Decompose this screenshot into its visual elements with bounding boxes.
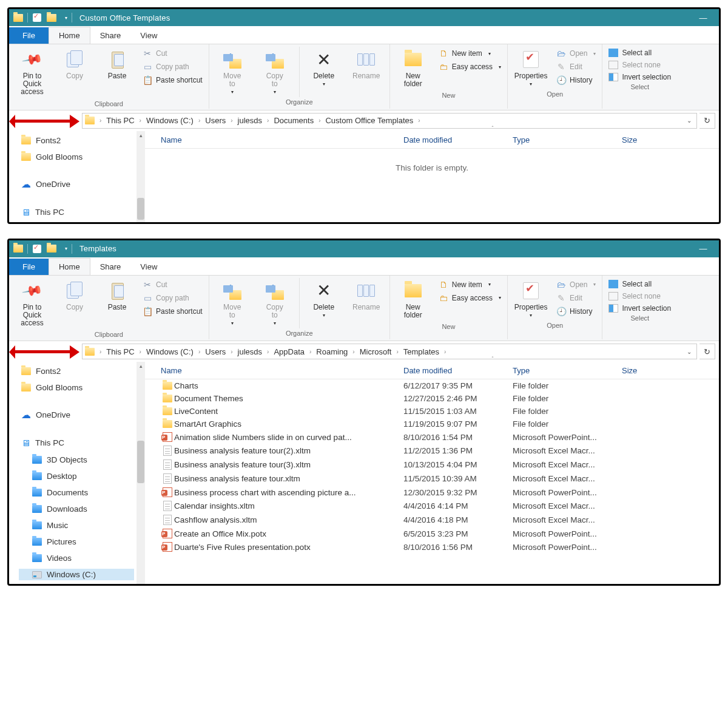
column-header-name[interactable]: Name bbox=[161, 135, 403, 144]
rename-button[interactable]: Rename bbox=[347, 278, 386, 314]
qat-folder-icon[interactable] bbox=[13, 12, 24, 23]
tree-item-music[interactable]: Music bbox=[19, 520, 134, 531]
select-none-button[interactable]: Select none bbox=[607, 291, 672, 301]
tree-item-onedrive[interactable]: ☁OneDrive bbox=[19, 408, 134, 422]
file-row[interactable]: Cashflow analysis.xltm 4/4/2016 4:18 PM … bbox=[145, 513, 719, 527]
scroll-up-button[interactable]: ▴ bbox=[136, 362, 145, 370]
file-row[interactable]: Document Themes 12/27/2015 2:46 PM File … bbox=[145, 392, 719, 405]
copy-path-button[interactable]: ▭Copy path bbox=[141, 293, 204, 303]
copy-to-button[interactable]: ➔ Copy to▾ bbox=[255, 278, 294, 328]
move-to-button[interactable]: ➔ Move to▾ bbox=[213, 47, 252, 97]
copy-to-button[interactable]: ➔ Copy to▾ bbox=[255, 47, 294, 97]
pin-to-quick-access-button[interactable]: 📌 Pin to Quick access bbox=[13, 278, 52, 330]
tab-home[interactable]: Home bbox=[49, 27, 90, 44]
breadcrumb-segment[interactable]: Users bbox=[203, 116, 228, 125]
file-row[interactable]: Duarte's Five Rules presentation.potx 8/… bbox=[145, 540, 719, 554]
delete-button[interactable]: ✕ Delete▾ bbox=[305, 278, 343, 320]
breadcrumb-segment[interactable]: Documents bbox=[271, 116, 316, 125]
column-header-type[interactable]: Type bbox=[513, 366, 622, 375]
breadcrumb-segment[interactable]: Users bbox=[203, 347, 228, 356]
move-to-button[interactable]: ➔ Move to▾ bbox=[213, 278, 252, 328]
column-header-date[interactable]: Date modified bbox=[403, 366, 513, 375]
column-header-date[interactable]: Date modified bbox=[403, 135, 513, 144]
tree-item-fonts2[interactable]: Fonts2 bbox=[19, 135, 134, 146]
tree-item-pictures[interactable]: Pictures bbox=[19, 536, 134, 548]
column-header-size[interactable]: Size bbox=[622, 366, 658, 375]
easy-access-button[interactable]: 🗀Easy access▾ bbox=[437, 293, 502, 303]
cut-button[interactable]: ✂Cut bbox=[141, 48, 204, 59]
file-row[interactable]: Business analysis feature tour(2).xltm 1… bbox=[145, 444, 719, 458]
new-folder-button[interactable]: New folder bbox=[394, 47, 433, 90]
tree-item-documents[interactable]: Documents bbox=[19, 487, 134, 498]
address-bar[interactable]: ›This PC›Windows (C:)›Users›julesds›AppD… bbox=[82, 344, 697, 359]
scroll-up-button[interactable]: ▴ bbox=[136, 131, 145, 140]
tree-item-3d-objects[interactable]: 3D Objects bbox=[19, 454, 134, 466]
qat-properties-icon[interactable] bbox=[32, 12, 42, 23]
new-item-button[interactable]: 🗋New item▾ bbox=[437, 279, 502, 290]
qat-folder-icon[interactable] bbox=[13, 243, 24, 254]
invert-selection-button[interactable]: Invert selection bbox=[607, 303, 672, 313]
breadcrumb-segment[interactable]: This PC bbox=[104, 116, 136, 125]
properties-button[interactable]: Properties▾ bbox=[511, 47, 550, 89]
new-folder-button[interactable]: New folder bbox=[394, 278, 433, 322]
tree-item-fonts2[interactable]: Fonts2 bbox=[19, 365, 134, 377]
file-row[interactable]: Business process chart with ascending pi… bbox=[145, 486, 719, 499]
address-dropdown-button[interactable]: ⌄ bbox=[684, 348, 694, 355]
paste-button[interactable]: Paste bbox=[98, 47, 136, 83]
tree-item-this-pc[interactable]: 🖥This PC bbox=[19, 436, 134, 449]
copy-path-button[interactable]: ▭Copy path bbox=[141, 61, 204, 72]
file-row[interactable]: SmartArt Graphics 11/19/2015 9:07 PM Fil… bbox=[145, 418, 719, 430]
tab-view[interactable]: View bbox=[130, 27, 167, 44]
breadcrumb-segment[interactable]: Windows (C:) bbox=[144, 116, 196, 125]
breadcrumb-segment[interactable]: This PC bbox=[104, 347, 136, 356]
select-all-button[interactable]: Select all bbox=[607, 48, 672, 58]
minimize-button[interactable]: — bbox=[691, 240, 715, 257]
easy-access-button[interactable]: 🗀Easy access▾ bbox=[437, 61, 502, 72]
history-button[interactable]: 🕘History bbox=[555, 75, 597, 86]
title-bar[interactable]: ▾ Templates — bbox=[9, 240, 719, 257]
invert-selection-button[interactable]: Invert selection bbox=[607, 72, 672, 82]
breadcrumb-segment[interactable]: Windows (C:) bbox=[144, 347, 196, 356]
qat-new-folder-icon[interactable] bbox=[46, 12, 57, 23]
rename-button[interactable]: Rename bbox=[347, 47, 386, 83]
tab-file[interactable]: File bbox=[9, 259, 49, 275]
scroll-thumb[interactable] bbox=[137, 198, 144, 220]
minimize-button[interactable]: — bbox=[691, 9, 715, 26]
file-row[interactable]: Charts 6/12/2017 9:35 PM File folder bbox=[145, 379, 719, 392]
delete-button[interactable]: ✕ Delete▾ bbox=[305, 47, 343, 89]
qat-properties-icon[interactable] bbox=[32, 243, 42, 254]
tab-share[interactable]: Share bbox=[90, 259, 131, 275]
tab-view[interactable]: View bbox=[130, 259, 167, 275]
tree-item-downloads[interactable]: Downloads bbox=[19, 503, 134, 515]
tab-share[interactable]: Share bbox=[90, 27, 131, 44]
tree-item-this-pc[interactable]: 🖥This PC bbox=[19, 206, 134, 219]
column-header-size[interactable]: Size bbox=[622, 135, 658, 144]
column-header-name[interactable]: Name bbox=[161, 366, 403, 375]
file-row[interactable]: LiveContent 11/15/2015 1:03 AM File fold… bbox=[145, 405, 719, 418]
history-button[interactable]: 🕘History bbox=[555, 306, 597, 317]
tree-item-gold-blooms[interactable]: Gold Blooms bbox=[19, 151, 134, 163]
file-row[interactable]: Create an Office Mix.potx 6/5/2015 3:23 … bbox=[145, 527, 719, 540]
tree-item-onedrive[interactable]: ☁OneDrive bbox=[19, 177, 134, 191]
tree-item-desktop[interactable]: Desktop bbox=[19, 470, 134, 482]
select-all-button[interactable]: Select all bbox=[607, 279, 672, 289]
address-dropdown-button[interactable]: ⌄ bbox=[684, 117, 694, 124]
paste-shortcut-button[interactable]: 📋Paste shortcut bbox=[141, 75, 204, 86]
file-row[interactable]: Business analysis feature tour.xltm 11/5… bbox=[145, 472, 719, 486]
cut-button[interactable]: ✂Cut bbox=[141, 279, 204, 290]
copy-button[interactable]: Copy bbox=[55, 278, 94, 314]
breadcrumb-segment[interactable]: julesds bbox=[235, 116, 265, 125]
breadcrumb-segment[interactable]: AppData bbox=[271, 347, 307, 356]
properties-button[interactable]: Properties▾ bbox=[511, 278, 550, 320]
tree-scrollbar[interactable]: ▴ bbox=[136, 131, 145, 222]
open-button[interactable]: 🗁Open▾ bbox=[555, 279, 597, 290]
breadcrumb-segment[interactable]: Microsoft bbox=[357, 347, 394, 356]
breadcrumb-segment[interactable]: julesds bbox=[235, 347, 265, 356]
edit-button[interactable]: ✎Edit bbox=[555, 61, 597, 72]
file-row[interactable]: Animation slide Numbers slide in on curv… bbox=[145, 430, 719, 444]
qat-customize-button[interactable]: ▾ bbox=[61, 12, 72, 23]
open-button[interactable]: 🗁Open▾ bbox=[555, 48, 597, 59]
tree-item-videos[interactable]: Videos bbox=[19, 552, 134, 564]
tree-item-windows-c[interactable]: Windows (C:) bbox=[19, 569, 134, 580]
breadcrumb-segment[interactable]: Custom Office Templates bbox=[323, 116, 416, 125]
